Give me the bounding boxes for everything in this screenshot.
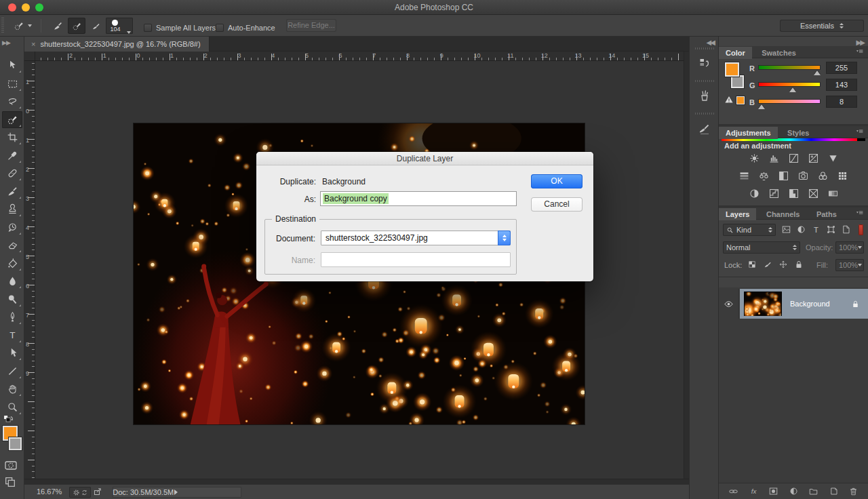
tab-adjustments[interactable]: Adjustments	[719, 127, 778, 139]
share-icon[interactable]	[93, 487, 102, 496]
close-tab-icon[interactable]: ×	[31, 40, 35, 48]
add-to-selection-mode-button[interactable]	[68, 18, 85, 34]
vertical-ruler[interactable]: 10123456789	[24, 61, 35, 479]
document-tab[interactable]: × shutterstock_322530497.jpg @ 16.7% (RG…	[24, 37, 210, 52]
collapse-panels-icon[interactable]: ▶▶	[856, 39, 864, 46]
adjustment-selective-color-button[interactable]	[806, 187, 821, 200]
tool-quick-selection[interactable]	[2, 111, 22, 128]
tool-spot-healing[interactable]	[2, 165, 22, 182]
channel-slider-G[interactable]	[758, 82, 821, 87]
panel-grip[interactable]	[695, 47, 714, 49]
lock-all-button[interactable]	[794, 260, 804, 269]
layer-filter-toggle[interactable]	[859, 224, 863, 235]
smart-object-filter-button[interactable]	[841, 224, 851, 235]
tool-hand[interactable]	[2, 380, 22, 397]
tool-brush[interactable]	[2, 183, 22, 200]
tool-path-selection[interactable]	[2, 344, 22, 361]
tool-lasso[interactable]	[2, 93, 22, 110]
tool-dodge[interactable]	[2, 291, 22, 308]
slider-thumb[interactable]	[814, 71, 821, 75]
lock-transparency-button[interactable]	[747, 260, 757, 269]
gamut-warning-icon[interactable]	[724, 95, 734, 104]
slider-thumb[interactable]	[758, 104, 765, 109]
tool-paint-bucket[interactable]	[2, 255, 22, 272]
adjustment-posterize-button[interactable]	[766, 187, 781, 200]
adjustment-invert-button[interactable]	[747, 187, 762, 200]
window-titlebar[interactable]: Adobe Photoshop CC	[0, 0, 868, 15]
zoom-level-value[interactable]: 16.67%	[37, 487, 62, 496]
adjustment-curves-button[interactable]	[786, 152, 801, 165]
add-layer-mask-button[interactable]	[768, 486, 778, 496]
status-menu-arrow-icon[interactable]	[174, 490, 239, 495]
tool-clone-stamp[interactable]	[2, 201, 22, 218]
channel-value-R[interactable]: 255	[826, 62, 857, 74]
brush-size-picker[interactable]: 104	[106, 18, 133, 34]
tool-line[interactable]	[2, 363, 22, 380]
dock-panel-brushes-cup-button[interactable]	[693, 84, 716, 107]
tool-pen[interactable]	[2, 308, 22, 325]
dock-panel-history-button[interactable]	[693, 52, 716, 75]
tool-type[interactable]: T	[2, 327, 22, 344]
collapse-dock-icon[interactable]: ◀◀	[707, 39, 714, 46]
adjustment-photo-filter-button[interactable]	[796, 169, 811, 182]
layer-row-background[interactable]: Background	[719, 289, 868, 319]
adjustment-channel-mixer-button[interactable]	[816, 169, 831, 182]
pixel-layer-filter-button[interactable]	[781, 224, 791, 235]
adjustment-exposure-button[interactable]	[806, 152, 821, 165]
tool-eyedropper[interactable]	[2, 147, 22, 164]
lock-position-button[interactable]	[778, 260, 788, 269]
adjustment-threshold-button[interactable]	[786, 187, 801, 200]
layer-thumbnail[interactable]	[744, 292, 782, 316]
layer-visibility-toggle[interactable]	[719, 289, 739, 319]
quick-mask-button[interactable]	[4, 458, 18, 472]
dock-panel-brush-presets-button[interactable]	[693, 117, 716, 140]
type-layer-filter-button[interactable]: T	[811, 224, 821, 235]
horizontal-ruler[interactable]: 210123456789101112131415	[35, 52, 684, 61]
channel-slider-B[interactable]	[758, 99, 821, 104]
subtract-from-selection-mode-button[interactable]	[87, 18, 104, 34]
tool-history-brush[interactable]	[2, 219, 22, 236]
document-info-field[interactable]: Doc: 30.5M/30.5M	[113, 487, 241, 498]
panel-menu-icon[interactable]	[854, 210, 865, 218]
as-input[interactable]: Background copy	[320, 191, 517, 206]
expand-panel-icon[interactable]: ▶▶	[2, 39, 10, 46]
tab-paths[interactable]: Paths	[810, 208, 844, 220]
document-dropdown[interactable]: shutterstock_322530497.jpg	[321, 231, 511, 245]
adjustment-hue-saturation-button[interactable]	[737, 169, 752, 182]
adjustment-color-balance-button[interactable]	[757, 169, 772, 182]
gamut-color-swatch[interactable]	[736, 96, 745, 104]
new-layer-button[interactable]	[829, 486, 839, 496]
adjustment-color-lookup-button[interactable]	[835, 169, 850, 182]
background-color-swatch[interactable]	[731, 75, 744, 88]
workspace-switcher[interactable]: Essentials	[780, 20, 864, 32]
adjustment-black-white-button[interactable]	[776, 169, 791, 182]
cancel-button[interactable]: Cancel	[531, 197, 583, 212]
sample-all-layers-checkbox[interactable]: Sample All Layers	[144, 21, 216, 33]
adjustment-brightness-contrast-button[interactable]	[747, 152, 762, 165]
tool-preset-picker[interactable]	[8, 18, 37, 34]
tab-layers[interactable]: Layers	[719, 208, 756, 220]
tab-channels[interactable]: Channels	[760, 208, 807, 220]
status-widget[interactable]	[69, 487, 91, 498]
panel-menu-icon[interactable]	[854, 129, 865, 136]
panel-grip[interactable]	[695, 113, 714, 115]
panel-grip[interactable]	[695, 80, 714, 82]
adjustment-levels-button[interactable]	[766, 152, 781, 165]
blend-mode-dropdown[interactable]: Normal	[723, 241, 800, 254]
ok-button[interactable]: OK	[531, 174, 583, 188]
adjustment-gradient-map-button[interactable]	[825, 187, 840, 200]
tool-rectangular-marquee[interactable]	[2, 75, 22, 92]
tool-zoom[interactable]	[2, 399, 22, 416]
tab-swatches[interactable]: Swatches	[755, 47, 803, 59]
vertical-scrollbar[interactable]	[684, 52, 689, 479]
lock-pixels-button[interactable]	[763, 260, 772, 269]
new-selection-mode-button[interactable]	[49, 18, 66, 34]
channel-value-B[interactable]: 8	[826, 96, 857, 108]
adjustment-vibrance-button[interactable]	[825, 152, 840, 165]
dialog-titlebar[interactable]: Duplicate Layer	[256, 152, 593, 165]
tab-styles[interactable]: Styles	[781, 127, 816, 139]
name-input[interactable]	[321, 252, 511, 267]
layer-filter-kind-dropdown[interactable]: Kind	[723, 224, 776, 236]
screen-mode-button[interactable]	[4, 476, 16, 488]
new-adjustment-layer-button[interactable]	[789, 486, 799, 496]
